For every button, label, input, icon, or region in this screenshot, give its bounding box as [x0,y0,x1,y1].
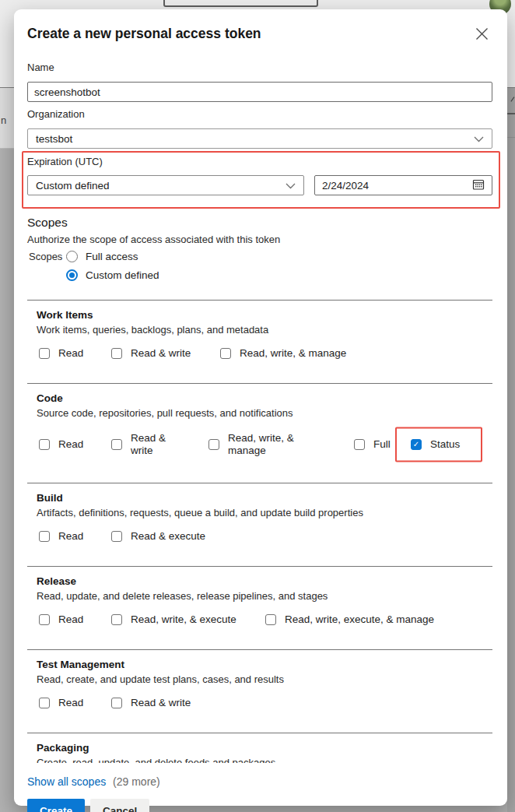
scope-section: Release Read, update, and delete release… [27,566,492,626]
checkbox-label: Read [58,347,83,360]
scope-radio-row-full-access: Scopes Full access [27,251,492,262]
calendar-icon [472,178,485,193]
scope-checkbox[interactable]: Status [411,438,460,451]
scope-checkbox[interactable]: Read & write [111,347,220,360]
section-divider [27,649,492,650]
scope-section-description: Create, read, update, and delete feeds a… [37,757,492,763]
background-divider [507,137,515,138]
checkbox-icon[interactable] [208,439,219,450]
checkbox-icon[interactable] [39,614,50,625]
scope-checkbox[interactable]: Read [39,347,111,360]
checkbox-icon[interactable] [39,348,50,359]
checkbox-icon[interactable] [111,439,122,450]
expiration-date-field [314,175,492,195]
scope-section-description: Read, create, and update test plans, cas… [37,673,492,685]
expiration-mode-select[interactable]: Custom defined [27,175,304,195]
organization-value: testsbot [36,133,72,145]
close-button[interactable] [473,26,490,44]
more-scopes-count: (29 more) [113,775,160,788]
scopes-heading: Scopes [27,216,492,230]
background-text-fragment: n [1,114,6,126]
scope-sections-list: Work Items Work items, queries, backlogs… [27,300,492,763]
show-all-scopes-link[interactable]: Show all scopes [27,775,106,788]
scope-section-description: Source code, repositories, pull requests… [37,407,492,419]
checkbox-icon[interactable] [39,439,50,450]
scope-checkbox[interactable]: Read, write, & manage [208,432,354,457]
create-button[interactable]: Create [27,799,85,812]
scope-section-title: Work Items [37,309,492,321]
checkbox-label: Read & execute [131,530,205,543]
checkbox-icon[interactable] [39,698,50,708]
scopes-description: Authorize the scope of access associated… [27,234,492,245]
checkbox-icon[interactable] [111,531,122,542]
scope-section-description: Read, update, and delete releases, relea… [37,590,492,602]
dialog-actions: Create Cancel [27,799,492,812]
scope-section: Build Artifacts, definitions, requests, … [27,483,492,543]
scope-checkbox[interactable]: Read, write, & execute [111,613,265,626]
scope-checkbox[interactable]: Read [39,697,111,709]
checkbox-icon[interactable] [354,439,365,450]
scopes-inline-label: Scopes [27,251,66,262]
custom-defined-label[interactable]: Custom defined [86,269,159,281]
scope-checkbox[interactable]: Read [39,438,111,451]
checkbox-icon[interactable] [265,614,276,625]
scope-checkbox-row: Read Read & write [37,697,492,709]
expiration-date-input[interactable] [322,180,439,192]
scope-checkbox[interactable]: Read [39,530,111,543]
checkbox-label: Read, write, & execute [131,613,236,626]
close-icon [475,27,489,43]
checkbox-icon[interactable] [111,698,122,708]
scope-checkbox[interactable]: Read, write, execute, & manage [265,613,434,626]
cancel-button[interactable]: Cancel [90,799,149,812]
section-divider [27,733,492,733]
scope-section-title: Code [37,392,492,404]
checkbox-icon[interactable] [411,439,422,450]
scope-checkbox-row: Read Read & write Read, write, & manage … [37,431,492,458]
scope-section: Packaging Create, read, update, and dele… [27,733,492,763]
scope-checkbox[interactable]: Full [354,438,411,451]
section-divider [27,383,492,384]
checkbox-label: Read [58,613,83,626]
full-access-label[interactable]: Full access [86,251,138,262]
organization-select[interactable]: testsbot [27,128,492,149]
section-divider [27,483,492,483]
checkbox-icon[interactable] [111,348,122,359]
expiration-label: Expiration (UTC) [27,156,492,167]
checkbox-label: Status [430,438,460,451]
scope-section: Code Source code, repositories, pull req… [27,383,492,458]
custom-defined-radio[interactable] [66,269,78,281]
background-search-box[interactable] [163,0,318,7]
scope-checkbox-row: Read Read & execute [37,530,492,543]
scope-checkbox[interactable]: Read & execute [111,530,205,543]
checkbox-label: Read, write, execute, & manage [285,613,434,626]
scope-section: Work Items Work items, queries, backlogs… [27,300,492,360]
scope-section-title: Packaging [37,742,492,754]
checkbox-label: Read [58,438,83,451]
organization-label: Organization [27,108,492,120]
chevron-down-icon [286,180,296,192]
checkbox-icon[interactable] [220,348,231,359]
checkbox-label: Read, write, & manage [240,347,346,360]
scope-checkbox[interactable]: Read, write, & manage [220,347,346,360]
checkbox-label: Read [58,530,83,543]
expiration-mode-value: Custom defined [36,180,110,192]
name-label: Name [27,62,492,73]
checkbox-label: Read [58,697,83,709]
calendar-button[interactable] [472,178,485,193]
checkbox-label: Read & write [131,432,174,457]
checkbox-label: Read & write [131,347,191,360]
name-input[interactable] [27,82,492,102]
background-divider [507,113,515,114]
checkbox-icon[interactable] [111,614,122,625]
scope-checkbox[interactable]: Read [39,613,111,626]
scope-checkbox[interactable]: Read & write [111,697,191,709]
scope-section-description: Work items, queries, backlogs, plans, an… [37,324,492,336]
scope-section-title: Release [37,575,492,587]
scope-checkbox[interactable]: Read & write [111,432,208,457]
checkbox-icon[interactable] [39,531,50,542]
show-all-scopes-row: Show all scopes (29 more) [27,775,492,788]
section-divider [27,300,492,301]
scope-section-title: Test Management [37,659,492,670]
expiration-section: Expiration (UTC) Custom defined [27,156,492,195]
full-access-radio[interactable] [66,251,78,262]
